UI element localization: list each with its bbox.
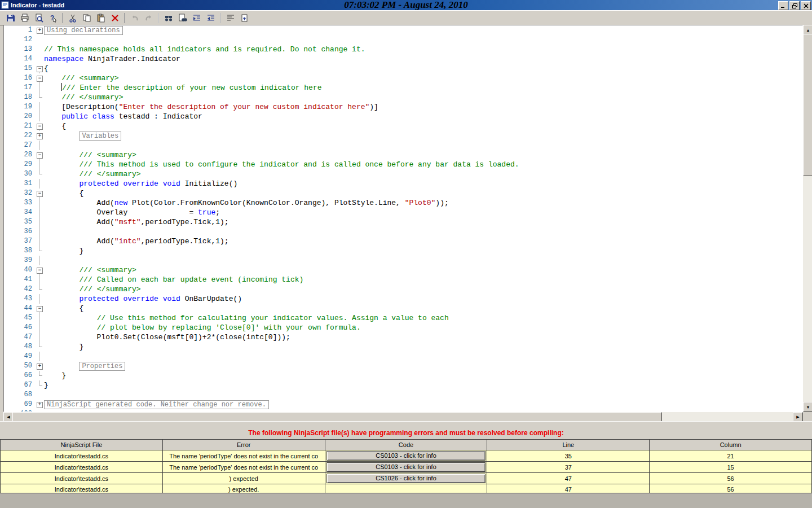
line-number: 66 xyxy=(4,371,35,380)
error-table-header: NinjaScript FileErrorCodeLineColumn xyxy=(1,440,812,450)
fold-collapse-icon[interactable]: − xyxy=(37,76,43,82)
fold-collapse-icon[interactable]: − xyxy=(35,189,44,198)
code-line: 47 Plot0.Set(Close(msft[0])+2*(close(int… xyxy=(4,332,802,342)
fold-expand-icon[interactable]: + xyxy=(37,364,43,370)
code-token: Plot(Color.FromKnownColor(KnownColor.Ora… xyxy=(127,199,404,207)
outdent-icon[interactable] xyxy=(204,11,218,25)
fold-collapse-icon[interactable]: − xyxy=(35,265,44,275)
fold-margin xyxy=(35,83,44,93)
scroll-down-icon[interactable]: ▼ xyxy=(803,402,812,412)
code-text: NinjaScript generated code. Neither chan… xyxy=(44,400,802,409)
copy-icon[interactable] xyxy=(80,11,94,25)
vertical-scrollbar[interactable]: ▲ ▼ xyxy=(803,25,812,412)
code-text: Properties xyxy=(44,361,802,371)
fold-collapse-icon[interactable]: − xyxy=(37,191,43,197)
code-token: testadd : Indicator xyxy=(114,112,202,121)
close-button[interactable] xyxy=(801,1,811,10)
fold-margin xyxy=(35,284,44,294)
fold-collapse-icon[interactable]: − xyxy=(35,150,44,160)
line-number: 36 xyxy=(4,227,35,237)
code-token xyxy=(44,132,79,140)
line-number: 40 xyxy=(4,265,35,275)
fold-expand-icon[interactable]: + xyxy=(37,28,43,34)
code-text xyxy=(44,141,802,150)
minimize-button[interactable] xyxy=(778,1,788,10)
fold-collapse-icon[interactable]: − xyxy=(35,304,44,313)
paste-icon[interactable] xyxy=(94,11,108,25)
code-text: // This namespace holds all indicators a… xyxy=(44,45,802,54)
code-text: } xyxy=(44,246,802,256)
error-code-button[interactable]: CS0103 - click for info xyxy=(326,451,486,461)
fold-collapse-icon[interactable]: − xyxy=(37,268,43,274)
restore-icon xyxy=(792,3,797,8)
line-number: 67 xyxy=(4,380,35,390)
error-row[interactable]: Indicator\testadd.csThe name 'periodType… xyxy=(1,462,812,473)
fold-margin xyxy=(35,45,44,54)
fold-collapse-icon[interactable]: − xyxy=(35,64,44,73)
collapsed-region[interactable]: NinjaScript generated code. Neither chan… xyxy=(44,400,269,409)
code-token: ,periodType.Tick,1); xyxy=(141,237,229,246)
code-token: )); xyxy=(435,199,448,207)
find-icon[interactable] xyxy=(161,11,175,25)
code-token: ,periodType.Tick,1); xyxy=(141,218,229,226)
code-token: // plot below by replacing 'Close[0]' wi… xyxy=(97,323,361,332)
code-line: 49 xyxy=(4,352,802,361)
delete-icon[interactable] xyxy=(108,11,122,25)
fold-expand-icon[interactable]: + xyxy=(37,402,43,408)
code-line: 45 // Use this method for calculating yo… xyxy=(4,313,802,323)
line-number: 46 xyxy=(4,323,35,332)
code-line: 17 /// Enter the description of your new… xyxy=(4,83,802,93)
code-area[interactable]: 1+Using declarations1213// This namespac… xyxy=(3,25,803,412)
code-token: true xyxy=(198,208,215,217)
fold-expand-icon[interactable]: + xyxy=(35,400,44,409)
code-token xyxy=(44,275,79,284)
print-preview-icon[interactable] xyxy=(32,11,46,25)
toolbar: ? xyxy=(0,10,812,26)
fold-expand-icon[interactable]: + xyxy=(35,131,44,141)
cut-icon[interactable] xyxy=(65,11,80,25)
code-text: Add("msft",periodType.Tick,1); xyxy=(44,217,802,227)
restore-button[interactable] xyxy=(789,1,800,10)
error-code-button[interactable]: CS1026 - click for info xyxy=(326,474,486,483)
code-line: 69+NinjaScript generated code. Neither c… xyxy=(4,400,802,409)
error-code-button[interactable]: CS0103 - click for info xyxy=(326,462,486,472)
fold-expand-icon[interactable]: + xyxy=(35,25,44,35)
fold-expand-icon[interactable]: + xyxy=(35,361,44,371)
find-in-files-icon[interactable] xyxy=(175,11,189,25)
collapsed-region[interactable]: Properties xyxy=(79,362,125,371)
horizontal-scrollbar[interactable]: ◀ ▶ xyxy=(3,412,803,421)
toolbar-separator xyxy=(62,13,63,23)
line-number: 34 xyxy=(4,208,35,217)
error-code-cell: CS1026 - click for info xyxy=(325,473,487,484)
code-token: { xyxy=(44,64,48,73)
error-line-cell: 37 xyxy=(487,462,650,473)
fold-collapse-icon[interactable]: − xyxy=(37,124,43,130)
collapsed-region[interactable]: Variables xyxy=(79,132,121,141)
fold-collapse-icon[interactable]: − xyxy=(37,66,43,72)
code-token xyxy=(44,323,97,332)
indent-icon[interactable] xyxy=(189,11,204,25)
vertical-scroll-thumb[interactable] xyxy=(803,34,812,176)
fold-collapse-icon[interactable]: − xyxy=(35,121,44,131)
code-text: /// This method is used to configure the… xyxy=(44,160,802,169)
compile-icon[interactable] xyxy=(237,11,251,25)
fold-collapse-icon[interactable]: − xyxy=(37,152,43,159)
fold-collapse-icon[interactable]: − xyxy=(37,306,43,312)
code-token xyxy=(44,74,61,82)
code-text: Using declarations xyxy=(44,25,802,35)
code-text: } xyxy=(44,342,802,352)
line-number: 15 xyxy=(4,64,35,73)
fold-expand-icon[interactable]: + xyxy=(37,133,43,139)
format-icon[interactable] xyxy=(223,11,237,25)
line-number: 47 xyxy=(4,332,35,342)
error-row[interactable]: Indicator\testadd.cs) expectedCS1026 - c… xyxy=(1,473,812,484)
fold-collapse-icon[interactable]: − xyxy=(35,73,44,83)
code-text: namespace NinjaTrader.Indicator xyxy=(44,54,802,64)
line-number: 41 xyxy=(4,275,35,284)
collapsed-region[interactable]: Using declarations xyxy=(44,26,123,35)
print-icon[interactable] xyxy=(17,11,32,25)
save-icon[interactable] xyxy=(3,11,17,25)
error-row[interactable]: Indicator\testadd.csThe name 'periodType… xyxy=(1,450,812,462)
code-text: Overlay = true; xyxy=(44,208,802,217)
help-icon[interactable]: ? xyxy=(46,11,60,25)
